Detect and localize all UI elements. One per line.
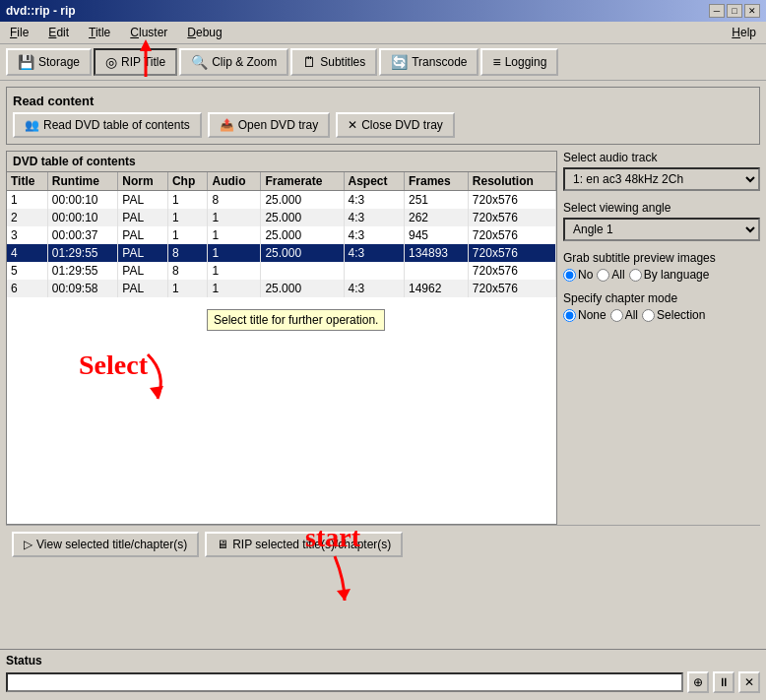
table-cell: 1 [167, 226, 208, 244]
menu-cluster[interactable]: Cluster [124, 24, 173, 41]
table-cell [344, 262, 404, 280]
status-btn-2[interactable]: ⏸ [713, 671, 734, 693]
table-cell: 720x576 [468, 209, 555, 226]
subtitle-bylang-radio[interactable] [629, 269, 642, 282]
chapter-none-label: None [578, 308, 606, 322]
menu-help[interactable]: Help [726, 24, 762, 41]
table-cell: 1 [208, 262, 261, 280]
read-dvd-button[interactable]: 👥 Read DVD table of contents [13, 112, 202, 138]
viewing-angle-label: Select viewing angle [563, 201, 760, 215]
table-cell: 25.000 [261, 226, 344, 244]
audio-track-label: Select audio track [563, 151, 760, 164]
table-header-row: Title Runtime Norm Chp Audio Framerate A… [7, 172, 556, 191]
table-cell: 00:00:10 [47, 191, 118, 210]
table-cell: 720x576 [468, 244, 555, 262]
tab-clip-zoom[interactable]: 🔍 Clip & Zoom [179, 48, 288, 76]
dvd-table-title: DVD table of contents [7, 152, 556, 172]
tab-storage[interactable]: 💾 Storage [6, 48, 92, 76]
table-cell: 1 [208, 209, 261, 226]
chapter-none: None [563, 308, 606, 322]
chapter-all-radio[interactable] [610, 309, 623, 322]
table-row[interactable]: 300:00:37PAL1125.0004:3945720x576 [7, 226, 556, 244]
col-resolution: Resolution [468, 172, 555, 191]
viewing-angle-dropdown[interactable]: Angle 1 [563, 218, 760, 241]
audio-track-dropdown[interactable]: 1: en ac3 48kHz 2Ch [563, 167, 760, 191]
menu-file[interactable]: File [4, 24, 34, 41]
rip-title-icon: ◎ [105, 54, 117, 70]
table-cell: 1 [208, 244, 261, 262]
title-bar: dvd::rip - rip ─ □ ✕ [0, 0, 766, 22]
dvd-table: Title Runtime Norm Chp Audio Framerate A… [7, 172, 556, 297]
table-cell: 720x576 [468, 226, 555, 244]
table-cell: 01:29:55 [47, 262, 118, 280]
close-button[interactable]: ✕ [744, 4, 760, 18]
table-cell: 1 [208, 226, 261, 244]
table-cell: 00:00:37 [47, 226, 118, 244]
tab-subtitles[interactable]: 🗒 Subtitles [290, 48, 377, 76]
table-row[interactable]: 401:29:55PAL8125.0004:3134893720x576 [7, 244, 556, 262]
status-input[interactable] [6, 672, 683, 692]
subtitle-no-label: No [578, 268, 593, 282]
table-cell: 5 [7, 262, 47, 280]
table-cell: 00:00:10 [47, 209, 118, 226]
rip-button[interactable]: 🖥 RIP selected title(s)/chapter(s) [205, 532, 403, 557]
table-cell: 720x576 [468, 191, 555, 210]
table-row[interactable]: 501:29:55PAL81720x576 [7, 262, 556, 280]
table-cell: 4:3 [344, 226, 404, 244]
chapter-selection-radio[interactable] [642, 309, 655, 322]
table-cell: 1 [167, 280, 208, 297]
chapter-none-radio[interactable] [563, 309, 576, 322]
table-row[interactable]: 100:00:10PAL1825.0004:3251720x576 [7, 191, 556, 210]
menu-title[interactable]: Title [83, 24, 116, 41]
tab-rip-title[interactable]: ◎ RIP Title [94, 48, 177, 76]
menu-debug[interactable]: Debug [181, 24, 227, 41]
open-tray-icon: 📤 [220, 118, 234, 132]
status-content: ⊕ ⏸ ✕ [6, 671, 760, 693]
dvd-table-section: DVD table of contents Title Runtime Norm… [6, 151, 557, 525]
subtitle-bylang: By language [629, 268, 710, 282]
table-cell: 945 [405, 226, 469, 244]
status-btn-3[interactable]: ✕ [738, 671, 760, 693]
table-row[interactable]: 200:00:10PAL1125.0004:3262720x576 [7, 209, 556, 226]
audio-track-section: Select audio track 1: en ac3 48kHz 2Ch [563, 151, 760, 191]
table-cell: 14962 [405, 280, 469, 297]
open-tray-button[interactable]: 📤 Open DVD tray [208, 112, 330, 138]
table-cell: 262 [405, 209, 469, 226]
chapter-all-label: All [625, 308, 638, 322]
read-dvd-icon: 👥 [25, 118, 39, 132]
menu-bar: File Edit Title Cluster Debug Help [0, 22, 766, 44]
status-btn-1[interactable]: ⊕ [687, 671, 709, 693]
table-cell: 4:3 [344, 280, 404, 297]
table-cell: 2 [7, 209, 47, 226]
rip-icon: 🖥 [217, 538, 228, 551]
col-chp: Chp [167, 172, 208, 191]
table-cell: 1 [167, 191, 208, 210]
table-row[interactable]: 600:09:58PAL1125.0004:314962720x576 [7, 280, 556, 297]
tooltip: Select title for further operation. [207, 309, 385, 331]
view-icon: ▷ [24, 538, 32, 551]
table-cell: 25.000 [261, 280, 344, 297]
subtitle-radio-group: No All By language [563, 268, 760, 282]
col-title: Title [7, 172, 47, 191]
table-cell: 00:09:58 [47, 280, 118, 297]
tab-logging[interactable]: ≡ Logging [480, 48, 558, 76]
table-cell: PAL [118, 209, 168, 226]
logging-icon: ≡ [492, 54, 500, 70]
table-cell: 720x576 [468, 262, 555, 280]
tab-transcode[interactable]: 🔄 Transcode [379, 48, 479, 76]
menu-edit[interactable]: Edit [42, 24, 75, 41]
subtitle-no-radio[interactable] [563, 269, 576, 282]
window-controls: ─ □ ✕ [709, 4, 760, 18]
maximize-button[interactable]: □ [727, 4, 742, 18]
content-area: DVD table of contents Title Runtime Norm… [6, 151, 760, 525]
table-cell: 25.000 [261, 209, 344, 226]
close-tray-button[interactable]: ✕ Close DVD tray [336, 112, 455, 138]
view-button[interactable]: ▷ View selected title/chapter(s) [12, 532, 199, 557]
chapter-selection-label: Selection [657, 308, 705, 322]
subtitle-all-radio[interactable] [597, 269, 609, 282]
chapter-mode-label: Specify chapter mode [563, 291, 760, 305]
table-cell: 4:3 [344, 191, 404, 210]
bottom-buttons: ▷ View selected title/chapter(s) 🖥 RIP s… [6, 525, 760, 563]
minimize-button[interactable]: ─ [709, 4, 725, 18]
viewing-angle-section: Select viewing angle Angle 1 [563, 201, 760, 241]
